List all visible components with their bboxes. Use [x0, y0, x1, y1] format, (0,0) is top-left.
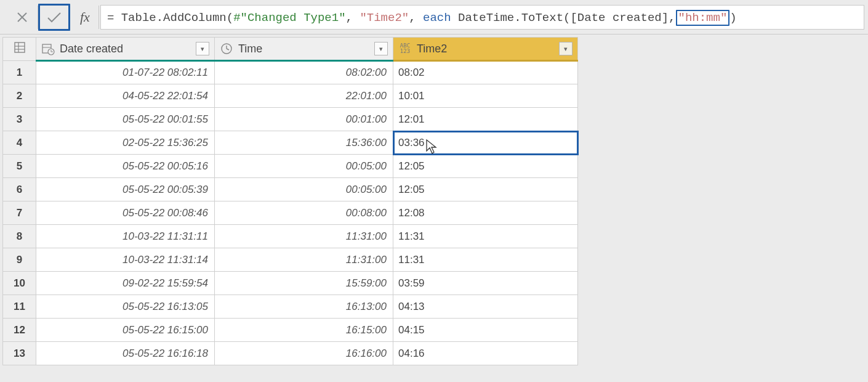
row-number[interactable]: 9 — [3, 248, 36, 272]
cell-time2[interactable]: 03:36 — [393, 131, 578, 155]
cell-time2[interactable]: 12:01 — [393, 108, 578, 131]
table-row: 910-03-22 11:31:1411:31:0011:31 — [3, 248, 578, 272]
cell-time[interactable]: 11:31:00 — [215, 225, 393, 248]
cell-time2[interactable]: 03:59 — [393, 272, 578, 295]
cell-date-created[interactable]: 05-05-22 00:08:46 — [36, 201, 215, 225]
cell-time[interactable]: 16:15:00 — [215, 319, 393, 342]
column-label: Date created — [60, 43, 191, 55]
cursor-icon — [425, 139, 439, 155]
formula-token: ) — [729, 11, 736, 25]
cancel-button[interactable] — [6, 6, 38, 29]
row-number[interactable]: 8 — [3, 225, 36, 248]
formula-bar: fx = Table.AddColumn(#"Changed Type1", "… — [0, 0, 868, 35]
table-row: 101-07-22 08:02:1108:02:0008:02 — [3, 61, 578, 84]
cell-time2[interactable]: 11:31 — [393, 248, 578, 272]
cell-time2[interactable]: 10:01 — [393, 84, 578, 108]
svg-rect-2 — [15, 43, 25, 52]
column-filter-button[interactable]: ▾ — [559, 42, 573, 55]
cell-date-created[interactable]: 09-02-22 15:59:54 — [36, 272, 215, 295]
column-header-time2[interactable]: ABC 123 Time2 ▾ — [393, 38, 578, 61]
cell-time[interactable]: 00:08:00 — [215, 201, 393, 225]
cell-time2[interactable]: 12:05 — [393, 155, 578, 178]
cell-time[interactable]: 16:16:00 — [215, 342, 393, 365]
table-icon — [14, 41, 26, 54]
row-number[interactable]: 6 — [3, 178, 36, 201]
row-number[interactable]: 10 — [3, 272, 36, 295]
column-label: Time — [238, 43, 369, 55]
formula-token: , — [346, 11, 360, 25]
cell-time2[interactable]: 12:08 — [393, 201, 578, 225]
row-number[interactable]: 3 — [3, 108, 36, 131]
header-row: Date created ▾ Time ▾ — [3, 38, 578, 61]
cell-date-created[interactable]: 05-05-22 00:05:39 — [36, 178, 215, 201]
cell-time2[interactable]: 11:31 — [393, 225, 578, 248]
column-label: Time2 — [417, 43, 554, 55]
cell-time2[interactable]: 04:15 — [393, 319, 578, 342]
row-number[interactable]: 7 — [3, 201, 36, 225]
confirm-button[interactable] — [38, 4, 70, 31]
formula-token: #"Changed Type1" — [233, 11, 345, 25]
cell-time[interactable]: 22:01:00 — [215, 84, 393, 108]
table-row: 402-05-22 15:36:2515:36:0003:36 — [3, 131, 578, 155]
cell-date-created[interactable]: 10-03-22 11:31:11 — [36, 225, 215, 248]
row-number[interactable]: 13 — [3, 342, 36, 365]
any-type-icon: ABC 123 — [398, 42, 412, 55]
data-preview-table: Date created ▾ Time ▾ — [2, 37, 578, 365]
cell-time[interactable]: 11:31:00 — [215, 248, 393, 272]
cell-time[interactable]: 16:13:00 — [215, 295, 393, 319]
formula-token: = — [107, 11, 114, 25]
cell-date-created[interactable]: 10-03-22 11:31:14 — [36, 248, 215, 272]
table-row: 1105-05-22 16:13:0516:13:0004:13 — [3, 295, 578, 319]
row-number[interactable]: 5 — [3, 155, 36, 178]
svg-line-13 — [227, 49, 229, 50]
cell-date-created[interactable]: 05-05-22 16:16:18 — [36, 342, 215, 365]
column-header-date-created[interactable]: Date created ▾ — [36, 38, 215, 61]
cell-time2[interactable]: 08:02 — [393, 61, 578, 84]
clock-icon — [220, 42, 233, 55]
row-number[interactable]: 4 — [3, 131, 36, 155]
cell-date-created[interactable]: 04-05-22 22:01:54 — [36, 84, 215, 108]
table-row: 1205-05-22 16:15:0016:15:0004:15 — [3, 319, 578, 342]
row-number[interactable]: 11 — [3, 295, 36, 319]
datetime-icon — [41, 42, 55, 55]
cell-date-created[interactable]: 05-05-22 16:13:05 — [36, 295, 215, 319]
cell-time2[interactable]: 12:05 — [393, 178, 578, 201]
cell-time[interactable]: 15:59:00 — [215, 272, 393, 295]
table-row: 1009-02-22 15:59:5415:59:0003:59 — [3, 272, 578, 295]
table-row: 1305-05-22 16:16:1816:16:0004:16 — [3, 342, 578, 365]
cell-date-created[interactable]: 05-05-22 00:01:55 — [36, 108, 215, 131]
cell-time2[interactable]: 04:16 — [393, 342, 578, 365]
table-row: 705-05-22 00:08:4600:08:0012:08 — [3, 201, 578, 225]
cell-time[interactable]: 00:01:00 — [215, 108, 393, 131]
column-filter-button[interactable]: ▾ — [374, 42, 388, 55]
table-row: 810-03-22 11:31:1111:31:0011:31 — [3, 225, 578, 248]
cell-time2[interactable]: 04:13 — [393, 295, 578, 319]
formula-token: each — [423, 11, 451, 25]
cell-time[interactable]: 00:05:00 — [215, 155, 393, 178]
cell-date-created[interactable]: 05-05-22 16:15:00 — [36, 319, 215, 342]
formula-input[interactable]: = Table.AddColumn(#"Changed Type1", "Tim… — [100, 5, 864, 30]
cell-date-created[interactable]: 01-07-22 08:02:11 — [36, 61, 215, 84]
table-row: 204-05-22 22:01:5422:01:0010:01 — [3, 84, 578, 108]
formula-token: Table.AddColumn( — [114, 11, 233, 25]
column-filter-button[interactable]: ▾ — [196, 42, 209, 55]
check-icon — [46, 11, 62, 23]
fx-label: fx — [70, 6, 99, 29]
formula-token: DateTime.ToText([Date created], — [451, 11, 676, 25]
table-row: 305-05-22 00:01:5500:01:0012:01 — [3, 108, 578, 131]
x-icon — [17, 12, 28, 23]
cell-date-created[interactable]: 02-05-22 15:36:25 — [36, 131, 215, 155]
table-row: 505-05-22 00:05:1600:05:0012:05 — [3, 155, 578, 178]
formula-token: "Time2" — [360, 11, 409, 25]
select-all-corner[interactable] — [3, 38, 36, 61]
table-row: 605-05-22 00:05:3900:05:0012:05 — [3, 178, 578, 201]
cell-time[interactable]: 08:02:00 — [215, 61, 393, 84]
row-number[interactable]: 12 — [3, 319, 36, 342]
row-number[interactable]: 1 — [3, 61, 36, 84]
column-header-time[interactable]: Time ▾ — [215, 38, 393, 61]
formula-token: , — [409, 11, 423, 25]
cell-date-created[interactable]: 05-05-22 00:05:16 — [36, 155, 215, 178]
cell-time[interactable]: 15:36:00 — [215, 131, 393, 155]
row-number[interactable]: 2 — [3, 84, 36, 108]
cell-time[interactable]: 00:05:00 — [215, 178, 393, 201]
